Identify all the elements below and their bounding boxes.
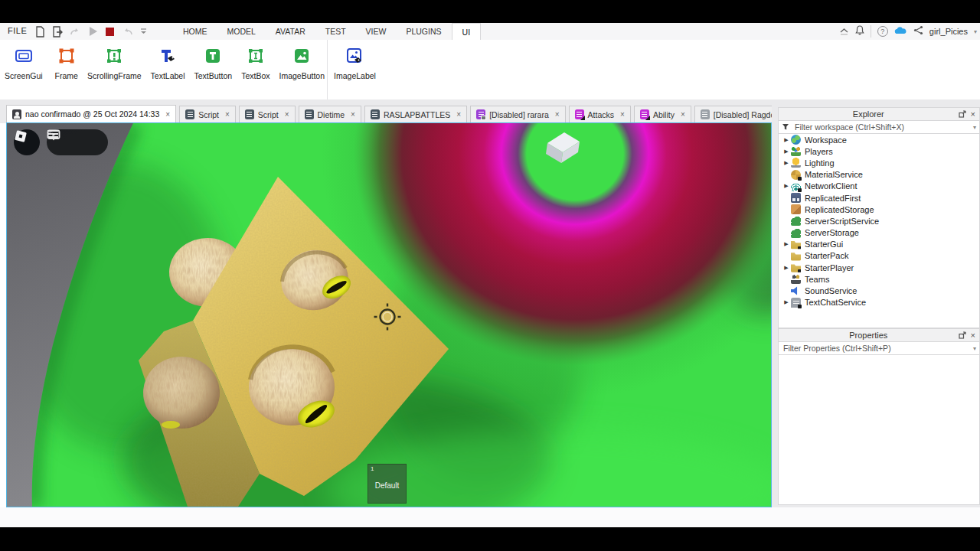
viewport-canvas[interactable] [7,123,771,507]
tab-plugins[interactable]: PLUGINS [396,23,451,40]
document-tab-bar: nao confirmado @ 25 Oct 2024 14:33 × Scr… [6,106,831,122]
explorer-filter-row[interactable]: ▾ [778,121,980,134]
viewport-menu-pill[interactable] [47,129,108,155]
doc-tab-script-1[interactable]: Script × [179,106,236,122]
insert-frame-button[interactable]: Frame [51,44,83,82]
close-panel-icon[interactable]: × [971,109,975,119]
viewport[interactable]: 1 Default [6,122,772,507]
textbutton-icon [203,46,223,69]
filter-funnel-icon[interactable] [782,123,790,131]
quick-access-toolbar [35,23,147,40]
explorer-item-players[interactable]: ▶ Players [779,145,979,157]
explorer-item-materialservice[interactable]: MaterialService [779,169,979,181]
explorer-item-serverstorage[interactable]: ServerStorage [779,227,979,239]
chat-icon[interactable] [47,129,60,141]
user-menu-caret-icon[interactable]: ▾ [974,28,977,35]
explorer-item-serverscriptservice[interactable]: ServerScriptService [779,215,979,227]
file-menu-button[interactable]: FILE [8,26,27,35]
close-tab-icon[interactable]: × [351,110,355,119]
close-tab-icon[interactable]: × [555,110,560,119]
properties-panel-header[interactable]: Properties × [778,328,980,342]
imagebutton-icon [292,46,312,69]
insert-imagelabel-button[interactable]: ImageLabel [329,44,381,82]
open-file-icon[interactable] [52,26,63,37]
help-icon[interactable]: ? [877,26,888,37]
stop-icon[interactable] [105,27,115,37]
doc-tab-ability[interactable]: Ability × [634,106,691,122]
insert-textbutton-button[interactable]: TextButton [190,44,237,82]
customize-quick-access-icon[interactable] [140,28,147,35]
screengui-icon [14,46,34,69]
explorer-item-lighting[interactable]: ▶ Lighting [779,157,979,168]
close-tab-icon[interactable]: × [285,110,289,119]
roblox-logo-badge[interactable] [14,129,40,155]
close-tab-icon[interactable]: × [225,110,230,119]
insert-imagebutton-button[interactable]: ImageButton [275,44,330,82]
doc-tab-place[interactable]: nao confirmado @ 25 Oct 2024 14:33 × [6,105,176,122]
eyeball-part-left[interactable] [143,357,220,429]
scrollingframe-icon [104,46,124,69]
doc-tab-disabled-rarara[interactable]: [Disabled] rarara × [470,106,565,122]
explorer-item-replicatedfirst[interactable]: ReplicatedFirst [779,192,979,204]
imagelabel-icon [345,46,364,69]
tab-test[interactable]: TEST [315,23,356,40]
explorer-filter-input[interactable] [793,122,970,132]
tab-home[interactable]: HOME [173,23,217,40]
bottom-strip [0,507,980,527]
expand-arrow-icon[interactable]: ▶ [782,265,791,271]
filter-options-caret-icon[interactable]: ▾ [973,124,976,131]
close-tab-icon[interactable]: × [165,110,170,119]
doc-tab-script-2[interactable]: Script × [239,106,296,122]
expand-arrow-icon[interactable]: ▶ [782,148,791,155]
doc-tab-dietime[interactable]: Dietime × [299,106,361,122]
new-file-icon[interactable] [35,26,45,37]
tab-ui[interactable]: UI [452,23,482,41]
cloud-sync-icon[interactable] [894,24,907,38]
explorer-item-soundservice[interactable]: SoundService [779,285,979,296]
script-icon [245,109,254,119]
expand-arrow-icon[interactable]: ▶ [782,183,791,189]
explorer-item-startergui[interactable]: ▶ StarterGui [779,239,979,250]
expand-arrow-icon[interactable]: ▶ [782,137,791,143]
close-tab-icon[interactable]: × [456,110,461,119]
doc-tab-raslapbattles[interactable]: RASLAPBATTLES × [364,106,467,122]
properties-filter-input[interactable] [782,343,970,354]
explorer-item-starterpack[interactable]: StarterPack [779,250,979,262]
explorer-item-teams[interactable]: Teams [779,273,979,285]
filter-options-caret-icon[interactable]: ▾ [973,345,976,352]
explorer-tree[interactable]: ▶ Workspace ▶ Players ▶ Lighting Materia… [778,134,980,328]
insert-scrollingframe-button[interactable]: ScrollingFrame [83,44,146,82]
explorer-item-textchatservice[interactable]: ▶ TextChatService [779,297,979,308]
username-label[interactable]: girl_Picies [929,27,968,36]
tab-model[interactable]: MODEL [217,23,266,40]
insert-textlabel-button[interactable]: TextLabel [146,44,190,82]
close-tab-icon[interactable]: × [620,110,625,119]
insert-screengui-button[interactable]: ScreenGui [0,44,47,82]
play-icon[interactable] [88,26,98,37]
expand-arrow-icon[interactable]: ▶ [782,241,791,247]
explorer-panel-header[interactable]: Explorer × [778,107,980,121]
starter-pack-icon [791,251,801,261]
close-tab-icon[interactable]: × [681,110,685,119]
tab-view[interactable]: VIEW [356,23,397,40]
redo-icon[interactable] [70,27,81,37]
explorer-item-workspace[interactable]: ▶ Workspace [779,134,979,145]
notifications-bell-icon[interactable] [855,24,864,38]
close-panel-icon[interactable]: × [971,331,975,340]
letterbox-top [0,0,980,23]
undo-icon[interactable] [122,27,133,37]
expand-arrow-icon[interactable]: ▶ [782,160,791,166]
expand-arrow-icon[interactable]: ▶ [782,299,791,305]
collapse-ribbon-icon[interactable] [839,24,849,38]
hotbar-slot-default[interactable]: 1 Default [368,464,407,504]
properties-filter-row[interactable]: ▾ [778,342,980,355]
tab-avatar[interactable]: AVATAR [266,23,315,40]
share-icon[interactable] [913,24,923,38]
explorer-item-networkclient[interactable]: ▶ NetworkClient [779,181,979,192]
float-panel-icon[interactable] [959,110,966,118]
float-panel-icon[interactable] [959,331,966,339]
doc-tab-attacks[interactable]: Attacks × [569,106,631,122]
explorer-item-starterplayer[interactable]: ▶ StarterPlayer [779,262,979,273]
explorer-item-replicatedstorage[interactable]: ReplicatedStorage [779,204,979,215]
insert-textbox-button[interactable]: TextBox [237,44,274,82]
